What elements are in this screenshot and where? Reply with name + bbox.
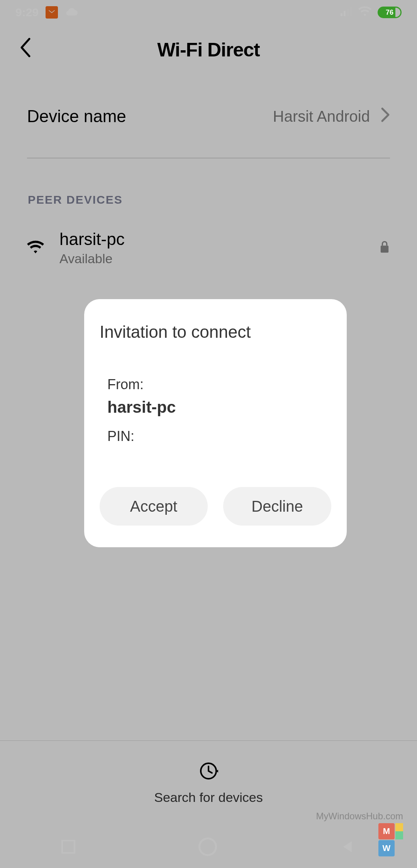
accept-button[interactable]: Accept bbox=[100, 487, 208, 526]
dialog-buttons: Accept Decline bbox=[100, 487, 331, 526]
dialog-pin-label: PIN: bbox=[107, 428, 324, 444]
dialog-title: Invitation to connect bbox=[100, 322, 331, 342]
dialog-body: From: harsit-pc PIN: bbox=[100, 376, 331, 444]
battery-pct: 76 bbox=[386, 9, 393, 17]
decline-button[interactable]: Decline bbox=[223, 487, 331, 526]
dialog-from-name: harsit-pc bbox=[107, 398, 324, 417]
dialog-from-label: From: bbox=[107, 376, 324, 393]
invitation-dialog: Invitation to connect From: harsit-pc PI… bbox=[84, 299, 347, 547]
